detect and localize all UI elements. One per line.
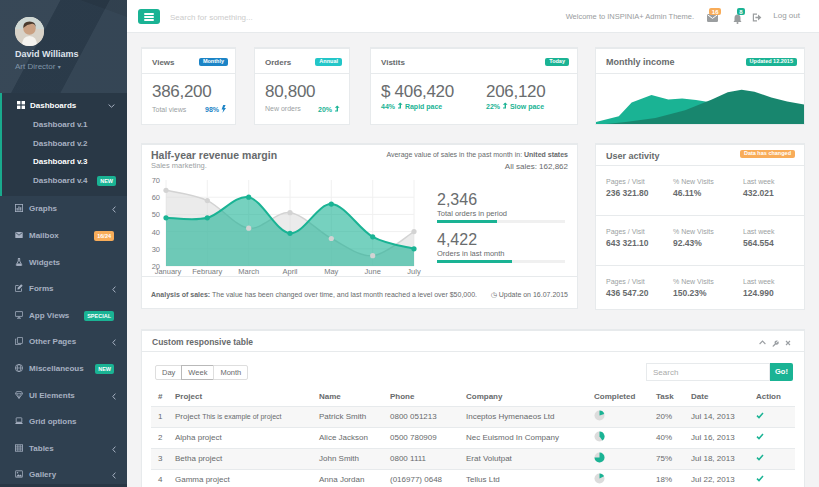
svg-text:January: January xyxy=(155,267,182,276)
svg-text:60: 60 xyxy=(152,193,160,202)
svg-text:50: 50 xyxy=(152,210,160,219)
svg-text:April: April xyxy=(282,267,297,276)
svg-text:70: 70 xyxy=(152,176,160,185)
svg-text:July: July xyxy=(407,267,421,276)
svg-text:June: June xyxy=(365,267,381,276)
svg-text:40: 40 xyxy=(152,228,160,237)
svg-text:March: March xyxy=(238,267,259,276)
svg-text:30: 30 xyxy=(152,245,160,254)
svg-text:February: February xyxy=(192,267,222,276)
svg-text:May: May xyxy=(324,267,338,276)
